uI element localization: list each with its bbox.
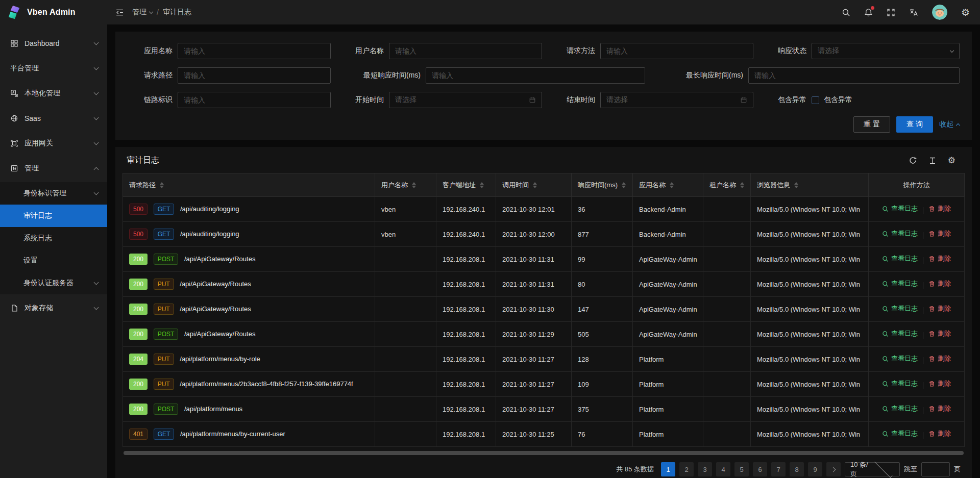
fullscreen-icon[interactable] — [887, 8, 895, 17]
sidebar-item-manage[interactable]: 管理 — [0, 157, 107, 180]
delete-link[interactable]: 删除 — [928, 404, 951, 413]
view-log-link[interactable]: 查看日志 — [882, 204, 918, 213]
col-header-path[interactable]: 请求路径 — [123, 173, 375, 197]
min-response-time-input[interactable] — [432, 71, 639, 80]
sort-icon[interactable] — [480, 182, 484, 188]
sidebar-item-platform[interactable]: 平台管理 — [0, 57, 107, 80]
settings-gear-icon[interactable]: ⚙ — [961, 8, 970, 17]
jump-page-input[interactable] — [921, 462, 950, 476]
http-method-input[interactable] — [606, 47, 747, 55]
page-button[interactable]: 3 — [698, 462, 712, 476]
request-path-input[interactable] — [184, 71, 325, 80]
sort-icon[interactable] — [160, 182, 164, 188]
sidebar-item-object-storage[interactable]: 对象存储 — [0, 297, 107, 319]
breadcrumb-level2[interactable]: 审计日志 — [163, 8, 191, 17]
horizontal-scrollbar[interactable] — [124, 451, 964, 455]
col-header-duration[interactable]: 响应时间(ms) — [572, 173, 633, 197]
delete-link[interactable]: 删除 — [928, 304, 951, 313]
app-name-input[interactable] — [184, 47, 325, 55]
delete-link[interactable]: 删除 — [928, 204, 951, 213]
page-button[interactable]: 8 — [790, 462, 804, 476]
delete-link[interactable]: 删除 — [928, 229, 951, 238]
user-name-cell — [375, 322, 436, 347]
collapse-link[interactable]: 收起 — [939, 120, 960, 129]
view-log-link[interactable]: 查看日志 — [882, 429, 918, 438]
col-header-app[interactable]: 应用名称 — [633, 173, 703, 197]
view-log-link[interactable]: 查看日志 — [882, 404, 918, 413]
notification-bell-icon[interactable] — [864, 8, 873, 17]
view-log-link[interactable]: 查看日志 — [882, 254, 918, 263]
view-log-link[interactable]: 查看日志 — [882, 379, 918, 388]
logo[interactable]: Vben Admin — [0, 0, 107, 24]
breadcrumb-level1[interactable]: 管理 — [132, 8, 153, 17]
include-exception-checkbox[interactable] — [812, 96, 819, 104]
page-button[interactable]: 6 — [753, 462, 767, 476]
view-log-link[interactable]: 查看日志 — [882, 304, 918, 313]
col-header-client-ip[interactable]: 客户端地址 — [436, 173, 496, 197]
delete-link[interactable]: 删除 — [928, 329, 951, 338]
search-icon[interactable] — [842, 8, 850, 17]
sidebar-item-identity-server[interactable]: 身份认证服务器 — [0, 272, 107, 294]
sidebar-item-settings[interactable]: 设置 — [0, 249, 107, 272]
user-name-input[interactable] — [395, 47, 536, 55]
search-button[interactable]: 查 询 — [896, 116, 933, 133]
sort-icon[interactable] — [412, 182, 416, 188]
app-name-cell: Platform — [633, 347, 703, 372]
page-button[interactable]: 1 — [661, 462, 675, 476]
table-settings-gear-icon[interactable]: ⚙ — [948, 156, 955, 165]
delete-link[interactable]: 删除 — [928, 429, 951, 438]
trash-icon — [928, 331, 935, 337]
sidebar-item-system-log[interactable]: 系统日志 — [0, 227, 107, 249]
sort-icon[interactable] — [533, 182, 537, 188]
delete-link[interactable]: 删除 — [928, 254, 951, 263]
user-name-cell: vben — [375, 197, 436, 222]
user-name-cell — [375, 347, 436, 372]
call-time-cell: 2021-10-30 11:29 — [496, 322, 572, 347]
page-size-select[interactable]: 10 条/页 — [845, 462, 900, 476]
page-button[interactable]: 4 — [716, 462, 730, 476]
trace-id-input[interactable] — [184, 96, 325, 104]
sidebar-item-audit-log[interactable]: 审计日志 — [0, 205, 107, 227]
end-time-picker[interactable]: 请选择 — [600, 92, 753, 108]
sidebar-item-saas[interactable]: Saas — [0, 107, 107, 130]
field-include-exception: 包含异常 包含异常 — [762, 95, 852, 105]
trash-icon — [928, 281, 935, 287]
page-button[interactable]: 2 — [679, 462, 694, 476]
page-button[interactable]: 9 — [808, 462, 822, 476]
delete-link[interactable]: 删除 — [928, 279, 951, 288]
sidebar-item-dashboard[interactable]: Dashboard — [0, 32, 107, 55]
view-log-link[interactable]: 查看日志 — [882, 329, 918, 338]
next-page-button[interactable] — [826, 462, 841, 476]
view-log-link[interactable]: 查看日志 — [882, 229, 918, 238]
translate-icon[interactable] — [909, 8, 918, 17]
table-row: 500 GET /api/auditing/logging vben 192.1… — [123, 197, 965, 222]
col-header-tenant[interactable]: 租户名称 — [703, 173, 751, 197]
request-path: /api/ApiGateway/Routes — [184, 330, 255, 338]
view-log-link[interactable]: 查看日志 — [882, 279, 918, 288]
response-status-select[interactable]: 请选择 — [812, 43, 960, 59]
delete-link[interactable]: 删除 — [928, 379, 951, 388]
delete-link[interactable]: 删除 — [928, 354, 951, 363]
max-response-time-input[interactable] — [754, 71, 953, 80]
column-height-icon[interactable] — [928, 157, 937, 165]
view-log-link[interactable]: 查看日志 — [882, 354, 918, 363]
sidebar-item-gateway[interactable]: 应用网关 — [0, 132, 107, 155]
col-header-browser[interactable]: 浏览器信息 — [751, 173, 869, 197]
tenant-cell — [703, 197, 751, 222]
start-time-picker[interactable]: 请选择 — [389, 92, 542, 108]
col-header-call-time[interactable]: 调用时间 — [496, 173, 572, 197]
sort-icon[interactable] — [740, 182, 744, 188]
avatar[interactable] — [932, 5, 947, 20]
sidebar-item-identity-management[interactable]: 身份标识管理 — [0, 182, 107, 205]
sort-icon[interactable] — [794, 182, 798, 188]
page-button[interactable]: 7 — [771, 462, 786, 476]
page-button[interactable]: 5 — [734, 462, 749, 476]
refresh-icon[interactable] — [909, 156, 917, 165]
reset-button[interactable]: 重 置 — [853, 116, 890, 133]
request-path: /api/platform/menus — [184, 405, 242, 413]
col-header-user[interactable]: 用户名称 — [375, 173, 436, 197]
sort-icon[interactable] — [670, 182, 674, 188]
menu-fold-icon[interactable] — [115, 8, 124, 17]
sort-icon[interactable] — [622, 182, 626, 188]
sidebar-item-localization[interactable]: 本地化管理 — [0, 82, 107, 105]
